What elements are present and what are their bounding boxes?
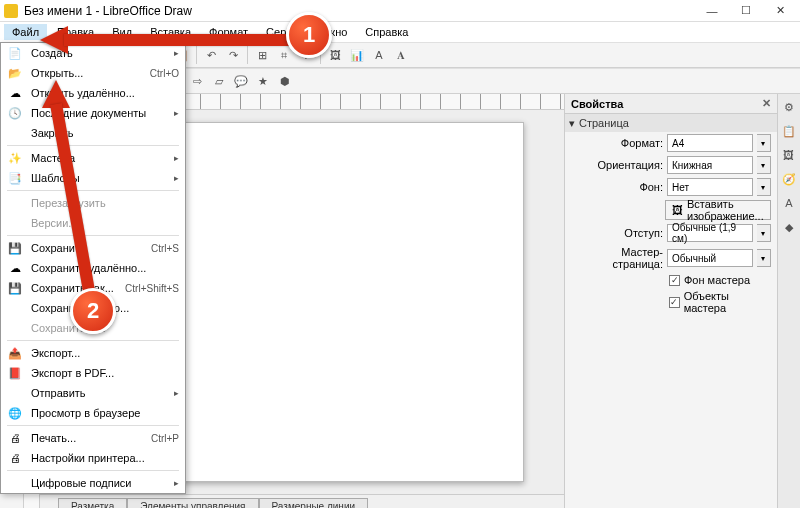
menu-item-close[interactable]: Закрыть [1,123,185,143]
format-value[interactable]: A4 [667,134,753,152]
sidebar-tabs: ⚙ 📋 🖼 🧭 A ◆ [777,94,800,508]
save-as-icon: 💾 [7,280,23,296]
browser-icon: 🌐 [7,405,23,421]
master-dropdown-icon[interactable]: ▾ [757,249,771,267]
field-orientation: Ориентация: Книжная ▾ [565,154,777,176]
grid-icon[interactable]: ⊞ [252,45,272,65]
format-dropdown-icon[interactable]: ▾ [757,134,771,152]
printer-settings-icon: 🖨 [7,450,23,466]
menu-item-export[interactable]: 📤Экспорт... [1,343,185,363]
wizard-icon: ✨ [7,150,23,166]
margin-dropdown-icon[interactable]: ▾ [757,224,771,242]
menu-item-new[interactable]: 📄Создать▸ [1,43,185,63]
menu-item-save-copy[interactable]: Сохранить копию... [1,298,185,318]
background-dropdown-icon[interactable]: ▾ [757,178,771,196]
section-page[interactable]: ▾ Страница [565,114,777,132]
chk-master-bg[interactable]: ✓ Фон мастера [565,272,777,288]
field-background: Фон: Нет ▾ [565,176,777,198]
menu-item-open-remote[interactable]: ☁Открыть удалённо... [1,83,185,103]
menu-item-send[interactable]: Отправить▸ [1,383,185,403]
properties-panel: Свойства ✕ ▾ Страница Формат: A4 ▾ Ориен… [565,94,777,508]
insert-image-button[interactable]: 🖼 Вставить изображение... [665,200,771,220]
chart-icon[interactable]: 📊 [347,45,367,65]
menu-item-templates[interactable]: 📑Шаблоны▸ [1,168,185,188]
menu-item-export-pdf[interactable]: 📕Экспорт в PDF... [1,363,185,383]
redo-icon[interactable]: ↷ [223,45,243,65]
menu-item-recent[interactable]: 🕓Последние документы▸ [1,103,185,123]
field-master: Мастер-страница: Обычный ▾ [565,244,777,272]
menu-item-open[interactable]: 📂Открыть...Ctrl+O [1,63,185,83]
orientation-value[interactable]: Книжная [667,156,753,174]
checkbox-icon: ✓ [669,275,680,286]
clock-icon: 🕓 [7,105,23,121]
tab-controls[interactable]: Элементы управления [127,498,258,508]
close-panel-icon[interactable]: ✕ [762,97,771,110]
callout-icon[interactable]: 💬 [231,71,251,91]
chevron-down-icon: ▾ [569,117,575,130]
menu-help[interactable]: Справка [357,24,416,40]
menu-window[interactable]: Окно [314,24,356,40]
styles-tab-icon[interactable]: A [780,194,798,212]
image-icon[interactable]: 🖼 [325,45,345,65]
maximize-button[interactable]: ☐ [730,1,762,21]
template-icon: 📑 [7,170,23,186]
navigator-tab-icon[interactable]: 🧭 [780,170,798,188]
menu-item-signatures[interactable]: Цифровые подписи▸ [1,473,185,493]
format-label: Формат: [571,137,663,149]
fontwork-icon[interactable]: 𝐀 [391,45,411,65]
shapes-tab-icon[interactable]: ◆ [780,218,798,236]
orientation-label: Ориентация: [571,159,663,171]
window-title: Без имени 1 - LibreOffice Draw [24,4,696,18]
menu-item-save-all: Сохранить всё [1,318,185,338]
menu-item-printer-settings[interactable]: 🖨Настройки принтера... [1,448,185,468]
menu-file[interactable]: Файл [4,24,47,40]
checkbox-icon: ✓ [669,297,680,308]
tab-dimlines[interactable]: Размерные линии [259,498,369,508]
orientation-dropdown-icon[interactable]: ▾ [757,156,771,174]
menu-insert[interactable]: Вставка [142,24,199,40]
menu-bar: Файл Правка Вид Вставка Формат Сервис Ок… [0,22,800,42]
background-value[interactable]: Нет [667,178,753,196]
margin-label: Отступ: [571,227,663,239]
snap-icon[interactable]: ⌗ [274,45,294,65]
undo-icon[interactable]: ↶ [201,45,221,65]
sidebar: Свойства ✕ ▾ Страница Формат: A4 ▾ Ориен… [564,94,800,508]
close-button[interactable]: ✕ [764,1,796,21]
tab-layout[interactable]: Разметка [58,498,127,508]
menu-item-preview[interactable]: 🌐Просмотр в браузере [1,403,185,423]
arrows-icon[interactable]: ⇨ [187,71,207,91]
menu-format[interactable]: Формат [201,24,256,40]
properties-tab-icon[interactable]: 📋 [780,122,798,140]
menu-view[interactable]: Вид [104,24,140,40]
gear-icon[interactable]: ⚙ [780,98,798,116]
field-format: Формат: A4 ▾ [565,132,777,154]
menu-item-save-as[interactable]: 💾Сохранить как...Ctrl+Shift+S [1,278,185,298]
menu-item-save[interactable]: 💾СохранитьCtrl+S [1,238,185,258]
flow-icon[interactable]: ▱ [209,71,229,91]
help-icon[interactable]: ? [296,45,316,65]
master-value[interactable]: Обычный [667,249,753,267]
chk-master-objects[interactable]: ✓ Объекты мастера [565,288,777,316]
text-icon[interactable]: A [369,45,389,65]
minimize-button[interactable]: — [696,1,728,21]
margin-value[interactable]: Обычные (1,9 см) [667,224,753,242]
menu-item-print[interactable]: 🖨Печать...Ctrl+P [1,428,185,448]
section-label: Страница [579,117,629,129]
menu-edit[interactable]: Правка [49,24,102,40]
cloud-icon: ☁ [7,85,23,101]
star-icon[interactable]: ★ [253,71,273,91]
gallery-tab-icon[interactable]: 🖼 [780,146,798,164]
3d-icon[interactable]: ⬢ [275,71,295,91]
print-icon: 🖨 [7,430,23,446]
file-menu-dropdown: 📄Создать▸ 📂Открыть...Ctrl+O ☁Открыть уда… [0,42,186,494]
menu-item-wizards[interactable]: ✨Мастера▸ [1,148,185,168]
menu-item-reload: Перезагрузить [1,193,185,213]
cloud-save-icon: ☁ [7,260,23,276]
new-icon: 📄 [7,45,23,61]
background-label: Фон: [571,181,663,193]
menu-item-save-remote[interactable]: ☁Сохранить удалённо... [1,258,185,278]
properties-header: Свойства ✕ [565,94,777,114]
open-icon: 📂 [7,65,23,81]
menu-tools[interactable]: Сервис [258,24,312,40]
field-margin: Отступ: Обычные (1,9 см) ▾ [565,222,777,244]
